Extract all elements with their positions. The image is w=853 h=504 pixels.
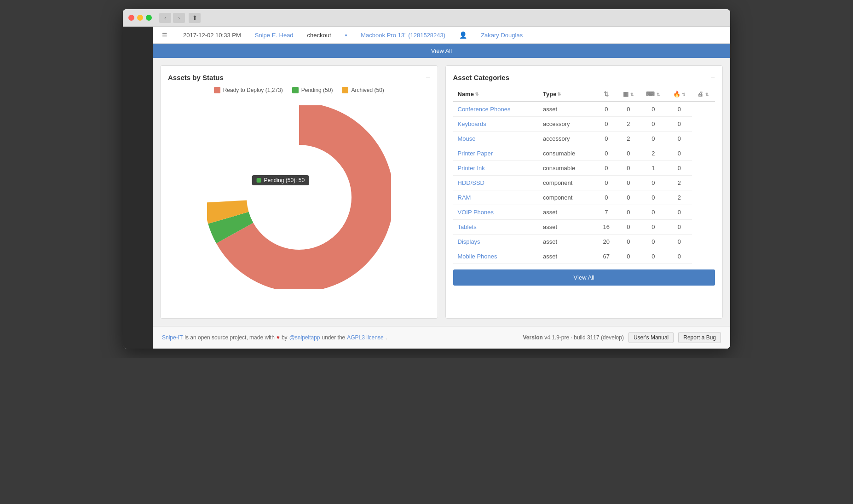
donut-chart[interactable]: Pending (50): 50 bbox=[207, 105, 391, 289]
table-row: Mouse accessory 0 2 0 0 bbox=[453, 132, 715, 146]
category-name-cell[interactable]: Keyboards bbox=[453, 117, 539, 132]
dashboard: Assets by Status − Ready to Deploy (1,27… bbox=[153, 58, 730, 326]
th-type-label: Type bbox=[543, 91, 556, 97]
snipeit-link[interactable]: Snipe-IT bbox=[162, 334, 183, 341]
category-c3-cell: 1 bbox=[640, 161, 667, 176]
category-name-cell[interactable]: Conference Phones bbox=[453, 102, 539, 117]
category-c2-cell: 0 bbox=[617, 205, 640, 220]
category-c2-cell: 0 bbox=[617, 235, 640, 249]
category-name-cell[interactable]: Printer Paper bbox=[453, 146, 539, 161]
th-col3-icon: 🔥 bbox=[673, 91, 680, 97]
agpl-link[interactable]: AGPL3 license bbox=[347, 334, 383, 341]
nav-arrows: ‹ › bbox=[159, 13, 185, 23]
app-layout: ☰ 2017-12-02 10:33 PM Snipe E. Head chec… bbox=[123, 27, 730, 349]
th-name[interactable]: Name ⇅ bbox=[453, 87, 539, 102]
category-type-cell: asset bbox=[538, 235, 595, 249]
category-c3-cell: 0 bbox=[640, 102, 667, 117]
category-c1-cell: 0 bbox=[595, 102, 617, 117]
topbar-asset-link[interactable]: Macbook Pro 13" (1281528243) bbox=[361, 32, 445, 39]
th-col1-icon: ▦ bbox=[623, 91, 628, 97]
footer: Snipe-IT is an open source project, made… bbox=[153, 326, 730, 349]
category-type-cell: consumable bbox=[538, 161, 595, 176]
users-manual-button[interactable]: User's Manual bbox=[628, 332, 674, 343]
titlebar: ‹ › ⬆ bbox=[123, 9, 730, 27]
category-name-cell[interactable]: HDD/SSD bbox=[453, 176, 539, 190]
legend-label-ready: Ready to Deploy (1,273) bbox=[223, 87, 283, 93]
table-row: Keyboards accessory 0 2 0 0 bbox=[453, 117, 715, 132]
forward-button[interactable]: › bbox=[173, 13, 185, 23]
th-col3[interactable]: 🔥 ⇅ bbox=[667, 87, 692, 102]
category-type-cell: asset bbox=[538, 205, 595, 220]
view-all-topbar-button[interactable]: View All bbox=[153, 44, 730, 58]
category-name-cell[interactable]: RAM bbox=[453, 190, 539, 205]
category-c2-cell: 0 bbox=[617, 176, 640, 190]
sort-c4-icon: ⇅ bbox=[705, 92, 709, 97]
category-type-cell: asset bbox=[538, 102, 595, 117]
category-c3-cell: 0 bbox=[640, 220, 667, 235]
back-button[interactable]: ‹ bbox=[159, 13, 171, 23]
maximize-button[interactable] bbox=[146, 15, 152, 21]
sort-type[interactable]: Type ⇅ bbox=[543, 91, 561, 97]
sort-type-icon: ⇅ bbox=[557, 92, 561, 97]
legend-item-pending: Pending (50) bbox=[292, 87, 333, 93]
category-type-cell: asset bbox=[538, 220, 595, 235]
topbar-assignee-link[interactable]: Zakary Douglas bbox=[481, 32, 523, 39]
minimize-button[interactable] bbox=[137, 15, 143, 21]
category-name-cell[interactable]: Printer Ink bbox=[453, 161, 539, 176]
main-area: ☰ 2017-12-02 10:33 PM Snipe E. Head chec… bbox=[153, 27, 730, 349]
card-header-categories: Asset Categories − bbox=[453, 73, 715, 81]
category-c4-cell: 2 bbox=[667, 176, 692, 190]
th-col1[interactable]: ▦ ⇅ bbox=[617, 87, 640, 102]
category-c3-cell: 0 bbox=[640, 190, 667, 205]
refresh-button[interactable]: ⬆ bbox=[189, 13, 201, 23]
table-row: Conference Phones asset 0 0 0 0 bbox=[453, 102, 715, 117]
th-assets[interactable]: ⇅ bbox=[595, 87, 617, 102]
table-view-all-button[interactable]: View All bbox=[453, 269, 715, 286]
category-name-cell[interactable]: Mouse bbox=[453, 132, 539, 146]
category-name-cell[interactable]: Mobile Phones bbox=[453, 249, 539, 264]
close-button[interactable] bbox=[128, 15, 134, 21]
category-name-cell[interactable]: Tablets bbox=[453, 220, 539, 235]
th-col2-icon: ⌨ bbox=[646, 91, 655, 97]
category-type-cell: component bbox=[538, 190, 595, 205]
th-type[interactable]: Type ⇅ bbox=[538, 87, 595, 102]
minimize-status-card[interactable]: − bbox=[426, 73, 430, 81]
category-name-cell[interactable]: VOIP Phones bbox=[453, 205, 539, 220]
topbar-action: checkout bbox=[307, 32, 331, 39]
category-c4-cell: 0 bbox=[667, 146, 692, 161]
category-c2-cell: 0 bbox=[617, 190, 640, 205]
category-c4-cell: 0 bbox=[667, 117, 692, 132]
category-c1-cell: 0 bbox=[595, 146, 617, 161]
table-row: Mobile Phones asset 67 0 0 0 bbox=[453, 249, 715, 264]
sort-name-icon: ⇅ bbox=[475, 92, 478, 97]
category-c1-cell: 0 bbox=[595, 117, 617, 132]
category-c1-cell: 20 bbox=[595, 235, 617, 249]
legend-item-ready: Ready to Deploy (1,273) bbox=[214, 87, 283, 93]
category-c2-cell: 0 bbox=[617, 146, 640, 161]
th-col2[interactable]: ⌨ ⇅ bbox=[640, 87, 667, 102]
category-c2-cell: 0 bbox=[617, 161, 640, 176]
report-bug-button[interactable]: Report a Bug bbox=[678, 332, 721, 343]
snipeitapp-link[interactable]: @snipeitapp bbox=[289, 334, 320, 341]
version-value: v4.1.9-pre · build 3117 (develop) bbox=[544, 334, 624, 341]
th-col4[interactable]: 🖨 ⇅ bbox=[692, 87, 715, 102]
legend-item-archived: Archived (50) bbox=[342, 87, 384, 93]
th-col4-icon: 🖨 bbox=[697, 91, 703, 97]
category-type-cell: consumable bbox=[538, 146, 595, 161]
topbar-user-link[interactable]: Snipe E. Head bbox=[255, 32, 294, 39]
minimize-categories-card[interactable]: − bbox=[711, 73, 715, 81]
table-row: VOIP Phones asset 7 0 0 0 bbox=[453, 205, 715, 220]
category-c2-cell: 2 bbox=[617, 117, 640, 132]
chart-area: Pending (50): 50 bbox=[168, 101, 430, 294]
category-name-cell[interactable]: Displays bbox=[453, 235, 539, 249]
footer-right: Version v4.1.9-pre · build 3117 (develop… bbox=[523, 332, 721, 343]
sort-name[interactable]: Name ⇅ bbox=[458, 91, 478, 97]
legend-label-pending: Pending (50) bbox=[301, 87, 333, 93]
topbar-date: 2017-12-02 10:33 PM bbox=[183, 32, 241, 39]
footer-static2: under the bbox=[322, 334, 346, 341]
category-c3-cell: 0 bbox=[640, 249, 667, 264]
category-c4-cell: 0 bbox=[667, 249, 692, 264]
sidebar bbox=[123, 27, 153, 349]
asset-categories-card: Asset Categories − Name ⇅ bbox=[445, 65, 723, 319]
category-c1-cell: 16 bbox=[595, 220, 617, 235]
